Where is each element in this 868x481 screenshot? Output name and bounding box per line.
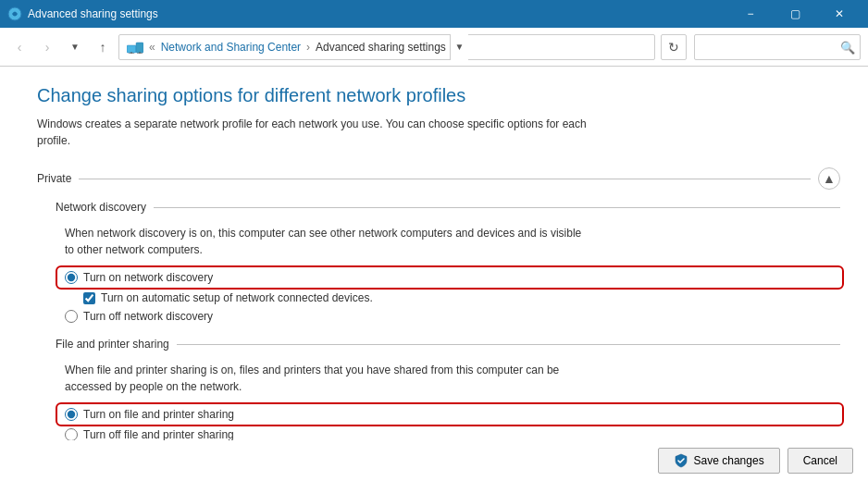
address-dropdown-button[interactable]: ▼ (450, 34, 468, 60)
save-changes-button[interactable]: Save changes (658, 448, 780, 474)
save-changes-label: Save changes (694, 454, 764, 467)
network-discovery-title: Network discovery (56, 201, 146, 214)
private-section-toggle[interactable]: ▲ (818, 167, 840, 190)
turn-off-discovery-label[interactable]: Turn off network discovery (83, 310, 213, 323)
turn-on-discovery-radio[interactable] (65, 271, 78, 284)
title-bar: Advanced sharing settings − ▢ ✕ (0, 0, 868, 28)
svg-rect-1 (127, 45, 136, 53)
breadcrumb-separator-1: « (149, 41, 155, 54)
network-discovery-subsection: Network discovery When network discovery… (37, 201, 840, 323)
turn-on-discovery-label[interactable]: Turn on network discovery (83, 271, 213, 284)
breadcrumb-arrow-1: › (306, 41, 310, 54)
window-controls: − ▢ ✕ (729, 0, 861, 28)
content-wrapper: Change sharing options for different net… (0, 67, 868, 481)
search-input[interactable] (694, 34, 861, 60)
auto-setup-option: Turn on automatic setup of network conne… (83, 291, 840, 304)
turn-on-sharing-option: Turn on file and printer sharing (59, 406, 840, 423)
auto-setup-label[interactable]: Turn on automatic setup of network conne… (101, 291, 373, 304)
network-discovery-header: Network discovery (56, 201, 840, 214)
recent-locations-button[interactable]: ▼ (63, 35, 87, 59)
refresh-button[interactable]: ↻ (661, 34, 687, 60)
back-button[interactable]: ‹ (7, 35, 31, 59)
file-printer-sharing-header: File and printer sharing (56, 338, 840, 351)
cancel-button[interactable]: Cancel (787, 448, 853, 474)
breadcrumb-current: Advanced sharing settings (316, 41, 446, 54)
window-title: Advanced sharing settings (28, 7, 158, 20)
turn-off-discovery-radio[interactable] (65, 310, 78, 323)
page-title: Change sharing options for different net… (37, 85, 840, 106)
search-container: 🔍 (694, 34, 861, 60)
turn-on-discovery-option: Turn on network discovery (59, 269, 840, 286)
auto-setup-checkbox[interactable] (83, 292, 95, 304)
up-button[interactable]: ↑ (91, 35, 115, 59)
turn-off-discovery-option: Turn off network discovery (65, 310, 840, 323)
file-printer-sharing-title: File and printer sharing (56, 338, 169, 351)
address-bar: ‹ › ▼ ↑ « Network and Sharing Center › A… (0, 28, 868, 67)
turn-on-sharing-radio[interactable] (65, 408, 78, 421)
private-section-title: Private (37, 172, 71, 185)
turn-off-sharing-radio[interactable] (65, 428, 78, 441)
shield-icon (674, 453, 688, 468)
file-printer-sharing-line (177, 344, 840, 345)
forward-button[interactable]: › (35, 35, 59, 59)
scroll-content: Change sharing options for different net… (0, 67, 868, 481)
minimize-button[interactable]: − (729, 0, 772, 28)
private-section-header: Private ▲ (37, 167, 840, 190)
window-icon (7, 6, 22, 21)
turn-off-sharing-option: Turn off file and printer sharing (65, 428, 840, 441)
maximize-button[interactable]: ▢ (774, 0, 816, 28)
file-printer-sharing-subsection: File and printer sharing When file and p… (37, 338, 840, 441)
page-description: Windows creates a separate network profi… (37, 116, 592, 149)
address-field: « Network and Sharing Center › Advanced … (118, 34, 655, 60)
main-content: Change sharing options for different net… (0, 67, 868, 481)
close-button[interactable]: ✕ (818, 0, 861, 28)
search-icon: 🔍 (840, 40, 855, 54)
footer: Save changes Cancel (15, 440, 853, 481)
svg-rect-2 (136, 43, 143, 53)
cancel-label: Cancel (803, 454, 837, 467)
breadcrumb-network-center[interactable]: Network and Sharing Center (161, 41, 301, 54)
turn-on-sharing-label[interactable]: Turn on file and printer sharing (83, 408, 234, 421)
private-section-line (79, 179, 811, 179)
network-discovery-line (154, 207, 840, 208)
turn-off-sharing-label[interactable]: Turn off file and printer sharing (83, 428, 234, 441)
private-section: Private ▲ Network discovery When network… (37, 167, 840, 441)
network-folder-icon (127, 41, 143, 54)
network-discovery-description: When network discovery is on, this compu… (65, 225, 583, 258)
file-printer-sharing-description: When file and printer sharing is on, fil… (65, 362, 583, 395)
